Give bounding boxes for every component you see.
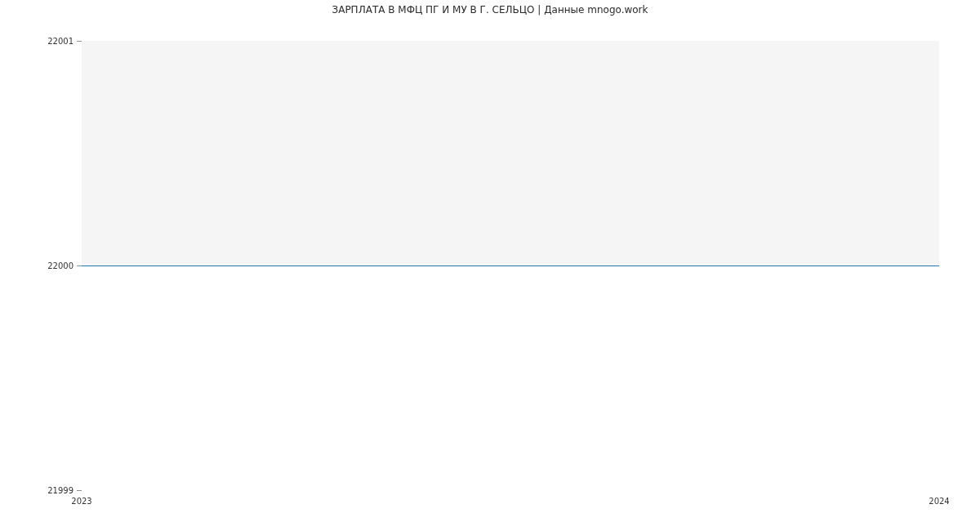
x-axis-ticks: 20232024 [0, 497, 980, 508]
y-tick-label: 21999 [41, 486, 74, 495]
x-tick-label: 2024 [929, 497, 949, 506]
x-tick-label: 2023 [71, 497, 91, 506]
plot-area [82, 41, 939, 266]
y-tick-mark [77, 490, 82, 491]
y-tick-mark [77, 41, 82, 42]
y-tick-label: 22000 [41, 261, 74, 270]
series-segment [82, 266, 939, 266]
chart-title: ЗАРПЛАТА В МФЦ ПГ И МУ В Г. СЕЛЬЦО | Дан… [0, 4, 980, 16]
y-tick-label: 22001 [41, 37, 74, 46]
chart-root: ЗАРПЛАТА В МФЦ ПГ И МУ В Г. СЕЛЬЦО | Дан… [0, 0, 980, 531]
